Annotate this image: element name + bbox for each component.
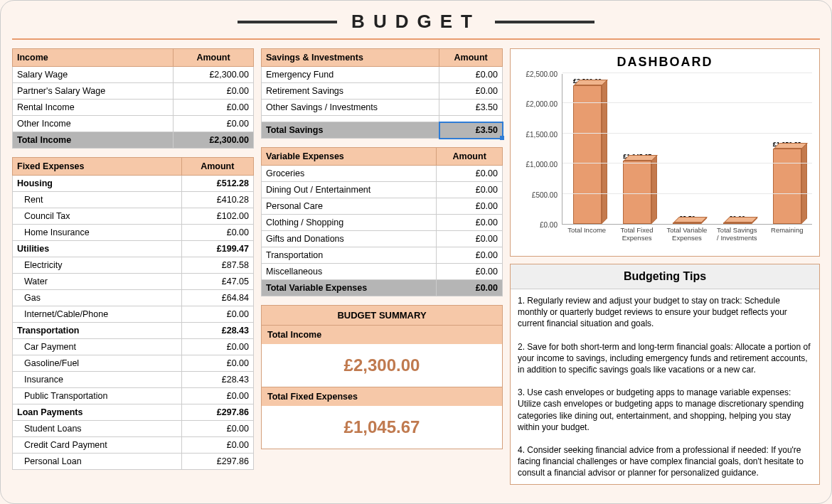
dashboard-chart: £0.00£500.00£1,000.00£1,500.00£2,000.00£…: [518, 74, 812, 252]
variable-expenses-table: Variable ExpensesAmount Groceries£0.00Di…: [261, 147, 503, 296]
amount-header: Amount: [437, 148, 503, 166]
table-row-value[interactable]: £0.00: [173, 116, 253, 132]
table-row-label[interactable]: Groceries: [262, 166, 437, 182]
y-tick-label: £2,500.00: [526, 70, 558, 78]
table-row-value[interactable]: £0.00: [437, 264, 503, 280]
table-row-label[interactable]: Salary Wage: [13, 67, 174, 83]
page-title: BUDGET: [351, 11, 481, 33]
subitem-label[interactable]: Car Payment: [13, 339, 182, 355]
summary-title: BUDGET SUMMARY: [262, 306, 502, 325]
total-income-value: £2,300.00: [173, 132, 253, 149]
subitem-value[interactable]: £410.28: [181, 192, 253, 208]
category-value[interactable]: £297.86: [181, 404, 253, 421]
table-row-value[interactable]: £0.00: [437, 198, 503, 215]
table-row-value[interactable]: £0.00: [173, 83, 253, 100]
savings-header: Savings & Investments: [262, 49, 439, 67]
subitem-label[interactable]: Council Tax: [13, 208, 182, 225]
chart-bar: £1,250.83: [768, 149, 806, 224]
table-row-value[interactable]: £0.00: [173, 100, 253, 116]
category-value[interactable]: £28.43: [181, 323, 253, 339]
subitem-label[interactable]: Water: [13, 274, 182, 290]
subitem-value[interactable]: £0.00: [181, 306, 253, 323]
table-row-value[interactable]: £0.00: [437, 166, 503, 182]
category-label[interactable]: Transportation: [13, 323, 182, 339]
subitem-label[interactable]: Internet/Cable/Phone: [13, 306, 182, 323]
subitem-label[interactable]: Credit Card Payment: [13, 437, 182, 454]
category-label[interactable]: Utilities: [13, 241, 182, 257]
table-row-value[interactable]: £0.00: [437, 231, 503, 247]
subitem-label[interactable]: Rent: [13, 192, 182, 208]
subitem-value[interactable]: £47.05: [181, 274, 253, 290]
subitem-value[interactable]: £0.00: [181, 437, 253, 454]
subitem-value[interactable]: £0.00: [181, 355, 253, 372]
y-tick-label: £500.00: [532, 191, 558, 198]
total-savings-value[interactable]: £3.50: [439, 122, 503, 139]
chart-bar: £3.50: [668, 222, 706, 224]
subitem-label[interactable]: Home Insurance: [13, 225, 182, 241]
subitem-value[interactable]: £297.86: [181, 454, 253, 470]
table-row-label[interactable]: Miscellaneous: [262, 264, 437, 280]
table-row-value[interactable]: £0.00: [439, 83, 503, 100]
y-tick-label: £1,000.00: [526, 161, 558, 168]
amount-header: Amount: [181, 158, 253, 176]
table-row-value[interactable]: [439, 116, 503, 122]
category-label[interactable]: Housing: [13, 176, 182, 192]
subitem-value[interactable]: £0.00: [181, 225, 253, 241]
table-row-label[interactable]: Dining Out / Entertainment: [262, 182, 437, 198]
fixed-expenses-table: Fixed ExpensesAmount Housing£512.28Rent£…: [12, 157, 254, 470]
subitem-value[interactable]: £87.58: [181, 257, 253, 274]
table-row-value[interactable]: £2,300.00: [173, 67, 253, 83]
subitem-label[interactable]: Gasoline/Fuel: [13, 355, 182, 372]
table-row-value[interactable]: £0.00: [437, 247, 503, 264]
variable-header: Variable Expenses: [262, 148, 437, 166]
table-row-label[interactable]: Rental Income: [13, 100, 174, 116]
amount-header: Amount: [439, 49, 503, 67]
tip-item: 4. Consider seeking financial advice fro…: [511, 439, 819, 485]
table-row-label[interactable]: [262, 116, 439, 122]
amount-header: Amount: [173, 49, 253, 67]
y-tick-label: £0.00: [540, 221, 558, 229]
income-table: IncomeAmount Salary Wage£2,300.00Partner…: [12, 48, 254, 149]
subitem-value[interactable]: £0.00: [181, 421, 253, 437]
table-row-label[interactable]: Gifts and Donations: [262, 231, 437, 247]
x-category-label: Total Income: [565, 226, 608, 252]
y-tick-label: £2,000.00: [526, 100, 558, 108]
table-row-label[interactable]: Clothing / Shopping: [262, 215, 437, 231]
table-row-label[interactable]: Emergency Fund: [262, 67, 439, 83]
table-row-label[interactable]: Other Income: [13, 116, 174, 132]
budgeting-tips-panel: Budgeting Tips 1. Regularly review and a…: [510, 264, 820, 485]
y-tick-label: £1,500.00: [526, 130, 558, 138]
savings-table: Savings & InvestmentsAmount Emergency Fu…: [261, 48, 503, 139]
subitem-label[interactable]: Student Loans: [13, 421, 182, 437]
subitem-value[interactable]: £0.00: [181, 388, 253, 404]
x-category-label: Total Fixed Expenses: [616, 226, 658, 252]
table-row-value[interactable]: £3.50: [439, 100, 503, 116]
tip-item: 1. Regularly review and adjust your budg…: [511, 289, 819, 336]
table-row-label[interactable]: Partner's Salary Wage: [13, 83, 174, 100]
subitem-value[interactable]: £64.84: [181, 290, 253, 306]
subitem-value[interactable]: £102.00: [181, 208, 253, 225]
subitem-label[interactable]: Gas: [13, 290, 182, 306]
total-income-label: Total Income: [13, 132, 174, 149]
subitem-label[interactable]: Insurance: [13, 372, 182, 388]
table-row-value[interactable]: £0.00: [437, 182, 503, 198]
total-variable-value: £0.00: [437, 280, 503, 296]
subitem-value[interactable]: £28.43: [181, 372, 253, 388]
table-row-value[interactable]: £0.00: [439, 67, 503, 83]
subitem-value[interactable]: £0.00: [181, 339, 253, 355]
subitem-label[interactable]: Personal Loan: [13, 454, 182, 470]
x-category-label: Total Variable Expenses: [666, 226, 708, 252]
total-variable-label: Total Variable Expenses: [262, 280, 437, 296]
category-value[interactable]: £199.47: [181, 241, 253, 257]
category-label[interactable]: Loan Payments: [13, 404, 182, 421]
table-row-label[interactable]: Retirement Savings: [262, 83, 439, 100]
decor-line-left: [238, 21, 337, 23]
category-value[interactable]: £512.28: [181, 176, 253, 192]
table-row-value[interactable]: £0.00: [437, 215, 503, 231]
subitem-label[interactable]: Electricity: [13, 257, 182, 274]
table-row-label[interactable]: Other Savings / Investments: [262, 100, 439, 116]
table-row-label[interactable]: Transportation: [262, 247, 437, 264]
table-row-label[interactable]: Personal Care: [262, 198, 437, 215]
subitem-label[interactable]: Public Transportation: [13, 388, 182, 404]
summary-row-value: £1,045.67: [262, 406, 502, 449]
